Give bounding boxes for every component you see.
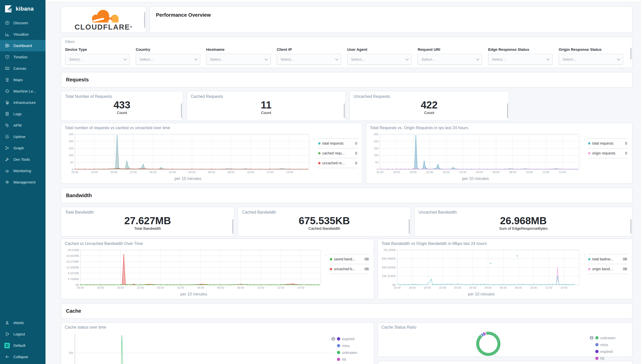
- sidebar-item-user-elastic[interactable]: elastic: [0, 317, 45, 328]
- filter-device-type: Device Type Select...: [65, 47, 130, 65]
- svg-text:250: 250: [374, 133, 378, 136]
- svg-text:00:00: 00:00: [443, 171, 450, 174]
- sidebar-item-machine-learning[interactable]: Machine Le...: [0, 85, 45, 97]
- legend-item[interactable]: unknown: [337, 350, 370, 355]
- sidebar-item-dashboard[interactable]: Dashboard: [0, 40, 45, 51]
- sidebar-item-label: elastic: [13, 321, 24, 325]
- svg-text:06:00: 06:00: [217, 286, 224, 289]
- legend-item[interactable]: expired: [595, 349, 629, 354]
- filter-hostname: Hostname Select...: [206, 47, 271, 65]
- panel-scrollbar[interactable]: [630, 219, 631, 234]
- sidebar-item-visualize[interactable]: Visualize: [0, 29, 45, 40]
- sidebar-item-label: Monitoring: [13, 169, 31, 173]
- legend-item[interactable]: saved band...0B: [329, 254, 369, 264]
- sidebar-item-default-space[interactable]: D Default: [0, 340, 45, 351]
- panel-scrollbar[interactable]: [144, 12, 145, 28]
- sidebar-item-maps[interactable]: Maps: [0, 74, 45, 85]
- sidebar-item-discover[interactable]: Discover: [0, 17, 45, 29]
- metric-cached-requests: Cached Requests 11 Count: [187, 91, 346, 121]
- panel-scrollbar[interactable]: [630, 48, 631, 59]
- bandwidth-metrics-row: Total Bandwidth 27.627MB Total Bandwidth…: [61, 207, 632, 237]
- chart-legend: 〉 total requests0 cached requ...0 uncach…: [318, 138, 358, 181]
- check-circle-icon: [4, 134, 10, 139]
- legend-item[interactable]: origin band...0B: [588, 264, 628, 274]
- svg-text:08:00: 08:00: [515, 286, 522, 289]
- edge-response-status-select[interactable]: Select...: [488, 54, 553, 65]
- title-panel: Performance Overview: [150, 6, 632, 33]
- sidebar-nav: Discover Visualize Dashboard Timelion Ca…: [0, 17, 45, 188]
- svg-text:200: 200: [374, 140, 378, 143]
- client-ip-select[interactable]: Select...: [277, 54, 341, 65]
- kibana-brand-text: kibana: [16, 6, 34, 12]
- hostname-select[interactable]: Select...: [206, 54, 271, 65]
- sidebar-item-dev-tools[interactable]: Dev Tools: [0, 154, 45, 165]
- panel-scrollbar[interactable]: [181, 103, 182, 118]
- sidebar-item-collapse[interactable]: Collapse: [0, 351, 45, 362]
- requests-vs-origin-plot: 16:0018:0020:0022:0000:0002:0004:0006:00…: [370, 132, 581, 175]
- sidebar-item-apm[interactable]: APM: [0, 120, 45, 131]
- legend-item[interactable]: miss: [337, 344, 370, 348]
- sidebar-item-management[interactable]: Management: [0, 176, 45, 188]
- metric-caption: Cached Bandwidth: [242, 226, 406, 231]
- svg-text:0B: 0B: [392, 283, 396, 286]
- sidebar-item-label: Maps: [13, 78, 23, 82]
- sidebar-item-canvas[interactable]: Canvas: [0, 63, 45, 74]
- sidebar-item-label: APM: [13, 123, 22, 127]
- legend-item[interactable]: miss: [595, 343, 629, 347]
- sidebar-item-label: Uptime: [13, 134, 26, 139]
- sidebar-item-infrastructure[interactable]: Infrastructure: [0, 97, 45, 108]
- svg-text:20:00: 20:00: [117, 286, 124, 289]
- svg-text:18:00: 18:00: [91, 171, 98, 174]
- sidebar-item-timelion[interactable]: Timelion: [0, 51, 45, 63]
- svg-text:12:00: 12:00: [277, 286, 284, 289]
- legend-item[interactable]: cached requ...0: [318, 148, 358, 158]
- legend-item[interactable]: hit: [595, 356, 629, 360]
- country-select[interactable]: Select...: [136, 54, 200, 65]
- filter-label: Country: [136, 47, 200, 52]
- svg-text:18:00: 18:00: [393, 171, 400, 174]
- sidebar-item-monitoring[interactable]: Monitoring: [0, 165, 45, 176]
- legend-item[interactable]: origin requests0: [588, 148, 628, 158]
- x-axis-label: per 10 minutes: [65, 175, 311, 181]
- sidebar-item-logs[interactable]: Logs: [0, 108, 45, 120]
- legend-item[interactable]: ❯expired: [337, 337, 370, 341]
- request-uri-select[interactable]: Select...: [418, 54, 482, 65]
- panel-scrollbar[interactable]: [507, 103, 508, 118]
- panel-scrollbar[interactable]: [344, 103, 345, 118]
- sidebar-item-graph[interactable]: Graph: [0, 142, 45, 154]
- device-type-select[interactable]: Select...: [65, 54, 130, 65]
- x-axis-label: per 10 minutes: [381, 290, 581, 297]
- legend-item[interactable]: hit: [337, 357, 370, 361]
- sidebar-item-uptime[interactable]: Uptime: [0, 131, 45, 142]
- panel-scrollbar[interactable]: [409, 219, 410, 234]
- legend-item[interactable]: ❯unknown: [595, 336, 629, 340]
- panel-scrollbar[interactable]: [232, 219, 233, 234]
- filter-label: Edge Response Status: [488, 47, 553, 52]
- kibana-logo[interactable]: kibana: [0, 0, 45, 17]
- chevron-down-icon: [617, 57, 620, 60]
- svg-text:14:00: 14:00: [286, 171, 293, 174]
- legend-toggle-icon[interactable]: 〉: [584, 137, 587, 142]
- svg-text:390.625KB: 390.625KB: [382, 266, 396, 269]
- user-agent-select[interactable]: Select...: [347, 54, 412, 65]
- network-nodes-icon: [4, 146, 10, 150]
- legend-item[interactable]: total requests0: [588, 138, 628, 148]
- sidebar-item-logout[interactable]: Logout: [0, 328, 45, 340]
- svg-text:00:00: 00:00: [149, 171, 156, 174]
- legend-item[interactable]: total requests0: [318, 138, 358, 148]
- legend-toggle-icon[interactable]: 〉: [584, 253, 587, 257]
- legend-toggle-icon[interactable]: 〉: [325, 253, 328, 257]
- chart-cache-status-ratio: Cache Status Ratio ❯unknown miss expired…: [378, 322, 632, 357]
- legend-toggle-icon[interactable]: ❯: [331, 337, 335, 341]
- kibana-logo-icon: [4, 5, 13, 13]
- svg-text:4.768MB: 4.768MB: [68, 278, 79, 281]
- metric-uncached-requests: Uncached Requests 422 Count: [349, 91, 509, 121]
- legend-item[interactable]: uncached re...0: [318, 158, 358, 168]
- cached-vs-uncached-bandwidth-plot: 16:0018:0020:0022:0000:0002:0004:0006:00…: [65, 247, 323, 290]
- legend-item[interactable]: uncached b...0B: [329, 264, 369, 274]
- origin-response-status-select[interactable]: Select...: [559, 54, 623, 65]
- legend-item[interactable]: total badnw...0B: [588, 254, 628, 264]
- legend-toggle-icon[interactable]: 〉: [314, 137, 317, 142]
- svg-text:0: 0: [377, 168, 378, 171]
- legend-toggle-icon[interactable]: ❯: [590, 336, 593, 340]
